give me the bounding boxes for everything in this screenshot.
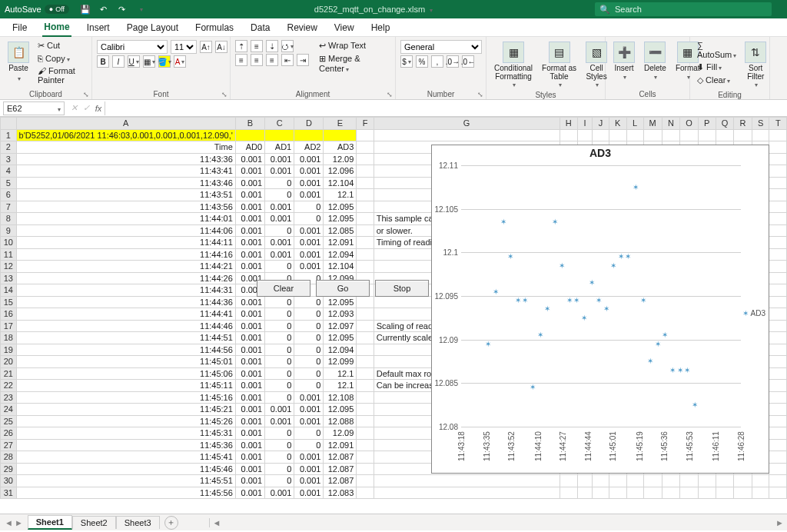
italic-button[interactable]: I [112, 55, 125, 68]
formula-input[interactable] [105, 101, 787, 115]
cell[interactable] [357, 356, 374, 368]
cell[interactable]: 11:43:46 [16, 177, 235, 189]
row-header[interactable]: 15 [1, 296, 17, 308]
accounting-format-icon[interactable]: $ [400, 55, 413, 68]
row-header[interactable]: 11 [1, 248, 17, 261]
copy-button[interactable]: ⎘ Copy [35, 53, 87, 64]
cell[interactable]: 0.001 [265, 487, 294, 499]
cell[interactable] [734, 475, 752, 487]
cell[interactable]: 0.001 [294, 224, 324, 237]
cell[interactable] [769, 272, 787, 284]
cell[interactable] [374, 487, 560, 499]
cell[interactable]: 0 [294, 439, 324, 451]
cell[interactable]: 12.094 [324, 248, 357, 261]
cell[interactable]: 11:44:46 [16, 320, 235, 332]
cell[interactable]: 12.095 [324, 404, 357, 416]
clear-macro-button[interactable]: Clear [257, 280, 310, 297]
cell[interactable]: 0 [265, 367, 294, 380]
row-header[interactable]: 26 [1, 427, 17, 440]
cell[interactable] [357, 224, 374, 237]
clear-button[interactable]: ◇ Clear [695, 75, 739, 86]
cell[interactable] [357, 308, 374, 321]
cell[interactable]: 12.096 [324, 165, 357, 178]
cell[interactable]: 11:44:11 [16, 237, 235, 249]
cell[interactable] [609, 487, 626, 499]
cell[interactable]: 12.091 [324, 439, 357, 451]
cell[interactable]: 0.001 [294, 153, 324, 165]
cell[interactable]: 0 [294, 308, 324, 321]
row-header[interactable]: 13 [1, 272, 17, 284]
cell[interactable] [357, 320, 374, 332]
cell[interactable] [769, 332, 787, 344]
cell[interactable]: 0.001 [235, 308, 264, 321]
cell[interactable]: 12.087 [324, 463, 357, 475]
name-box[interactable]: E62 [3, 101, 65, 115]
column-header[interactable]: K [609, 118, 626, 130]
cell[interactable]: 11:43:36 [16, 153, 235, 165]
save-icon[interactable]: 💾 [78, 5, 92, 15]
cell[interactable]: 0.001 [294, 475, 324, 487]
cell[interactable] [698, 475, 716, 487]
cell[interactable]: 11:44:36 [16, 296, 235, 308]
autosum-button[interactable]: ∑ AutoSum [695, 40, 739, 60]
cell[interactable]: 0.001 [235, 415, 264, 427]
cell[interactable]: 0 [265, 308, 294, 321]
cell[interactable]: 0.001 [235, 177, 264, 189]
cell[interactable]: 12.091 [324, 237, 357, 249]
cell[interactable] [357, 177, 374, 189]
format-as-table-button[interactable]: ▤Format as Table [539, 40, 579, 90]
tab-file[interactable]: File [11, 19, 28, 36]
cell[interactable]: 12.1 [324, 380, 357, 392]
increase-indent-icon[interactable]: ⇥ [297, 54, 309, 66]
autosave-toggle[interactable]: AutoSave ● Off [0, 5, 74, 14]
cell[interactable] [374, 129, 560, 141]
cell[interactable] [769, 475, 787, 487]
cell[interactable]: 11:45:51 [16, 475, 235, 487]
cell[interactable]: 0.001 [235, 248, 264, 261]
cell[interactable]: 11:45:36 [16, 439, 235, 451]
cell[interactable]: 11:45:46 [16, 463, 235, 475]
cell[interactable] [643, 475, 662, 487]
cell[interactable]: 11:45:26 [16, 415, 235, 427]
row-header[interactable]: 14 [1, 284, 17, 297]
cell[interactable] [357, 391, 374, 404]
cell[interactable]: 12.088 [324, 415, 357, 427]
cell[interactable] [769, 391, 787, 404]
cell[interactable]: 0 [294, 201, 324, 213]
cell[interactable]: 11:45:16 [16, 391, 235, 404]
cell[interactable] [357, 439, 374, 451]
cell[interactable]: 0.001 [235, 356, 264, 368]
row-header[interactable]: 19 [1, 344, 17, 356]
cell[interactable] [609, 475, 626, 487]
cell[interactable]: 0.001 [235, 224, 264, 237]
cell[interactable]: 0.001 [265, 213, 294, 225]
cell[interactable]: 11:45:21 [16, 404, 235, 416]
cell[interactable] [593, 487, 609, 499]
cancel-formula-icon[interactable]: ✕ [68, 103, 80, 113]
cell[interactable]: 0.001 [265, 165, 294, 178]
cell[interactable] [734, 487, 752, 499]
format-painter-button[interactable]: 🖌 Format Painter [35, 65, 87, 85]
cell[interactable] [357, 261, 374, 273]
cell[interactable]: 0.001 [265, 248, 294, 261]
cell[interactable]: 0 [265, 296, 294, 308]
cell[interactable] [357, 475, 374, 487]
cell[interactable]: 0 [294, 367, 324, 380]
undo-icon[interactable]: ↶ [97, 5, 111, 15]
cell[interactable]: 0.001 [235, 189, 264, 201]
paste-button[interactable]: 📋 Paste [5, 40, 32, 84]
cell[interactable]: 0.001 [265, 237, 294, 249]
cell[interactable]: 0.001 [294, 237, 324, 249]
tab-help[interactable]: Help [370, 19, 392, 36]
cell[interactable]: 0.001 [294, 404, 324, 416]
worksheet-grid[interactable]: ABCDEFGHIJKLMNOPQRST1b'D5252,01/06/2021 … [0, 117, 787, 514]
cell[interactable]: 12.104 [324, 261, 357, 273]
cell[interactable]: 11:45:31 [16, 427, 235, 440]
cell[interactable] [769, 213, 787, 225]
cell[interactable]: 0.001 [235, 391, 264, 404]
column-header[interactable]: S [752, 118, 769, 130]
cell[interactable] [769, 415, 787, 427]
cell[interactable]: 0 [265, 344, 294, 356]
column-header[interactable]: T [769, 118, 787, 130]
cell[interactable] [357, 404, 374, 416]
